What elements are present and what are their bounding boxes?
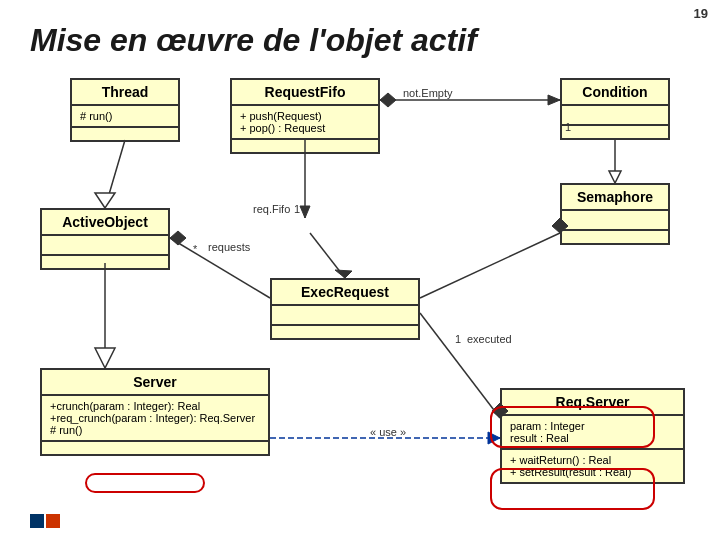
not-empty-label: not.Empty	[403, 87, 453, 99]
semaphore-class-body2	[562, 229, 668, 243]
server-class-body: +crunch(param : Integer): Real +req_crun…	[42, 396, 268, 440]
svg-marker-5	[300, 206, 310, 218]
thread-class-name: Thread	[72, 80, 178, 106]
requests-label: requests	[208, 241, 250, 253]
star-label: *	[193, 243, 197, 255]
activeobject-class: ActiveObject	[40, 208, 170, 270]
svg-marker-3	[95, 348, 115, 368]
requestfifo-class-body: + push(Request) + pop() : Request	[232, 106, 378, 138]
activeobject-class-body	[42, 236, 168, 254]
execrequest-class: ExecRequest	[270, 278, 420, 340]
condition-class-body2	[562, 124, 668, 138]
svg-marker-7	[335, 270, 352, 278]
svg-line-6	[310, 233, 345, 278]
svg-marker-11	[380, 93, 396, 107]
slide-title: Mise en œuvre de l'objet actif	[30, 22, 477, 59]
svg-line-15	[420, 233, 560, 298]
one-executed-label: 1	[455, 333, 461, 345]
logo-area	[30, 514, 60, 528]
semaphore-class-name: Semaphore	[562, 185, 668, 211]
server-class-name: Server	[42, 370, 268, 396]
svg-marker-14	[609, 171, 621, 183]
requestfifo-class-name: RequestFifo	[232, 80, 378, 106]
thread-class-body: # run()	[72, 106, 178, 126]
diagram-area: Thread # run() RequestFifo + push(Reques…	[30, 78, 710, 530]
execrequest-class-body	[272, 306, 418, 324]
highlight-reqserver-methods	[490, 468, 655, 510]
highlight-crunch	[85, 473, 205, 493]
requestfifo-class-body2	[232, 138, 378, 152]
svg-marker-9	[170, 231, 186, 245]
server-class-body2	[42, 440, 268, 454]
slide: 19 Mise en œuvre de l'objet actif Thread…	[0, 0, 720, 540]
svg-line-0	[105, 140, 125, 208]
svg-marker-12	[548, 95, 560, 105]
condition-class-name: Condition	[562, 80, 668, 106]
condition-class: Condition	[560, 78, 670, 140]
svg-line-17	[420, 313, 500, 418]
req-fifo-one-label: 1	[294, 203, 300, 215]
logo-box2	[46, 514, 60, 528]
highlight-reqserver-attrs	[490, 406, 655, 448]
execrequest-class-name: ExecRequest	[272, 280, 418, 306]
use-label: « use »	[370, 426, 406, 438]
server-class: Server +crunch(param : Integer): Real +r…	[40, 368, 270, 456]
req-fifo-label: req.Fifo	[253, 203, 290, 215]
thread-class-body2	[72, 126, 178, 140]
activeobject-class-name: ActiveObject	[42, 210, 168, 236]
slide-number: 19	[694, 6, 708, 21]
condition-class-body	[562, 106, 668, 124]
activeobject-class-body2	[42, 254, 168, 268]
thread-class: Thread # run()	[70, 78, 180, 142]
svg-marker-1	[95, 193, 115, 208]
semaphore-class: Semaphore	[560, 183, 670, 245]
one-condition-label: 1	[565, 121, 571, 133]
execrequest-class-body2	[272, 324, 418, 338]
executed-label: executed	[467, 333, 512, 345]
semaphore-class-body	[562, 211, 668, 229]
logo-box1	[30, 514, 44, 528]
requestfifo-class: RequestFifo + push(Request) + pop() : Re…	[230, 78, 380, 154]
